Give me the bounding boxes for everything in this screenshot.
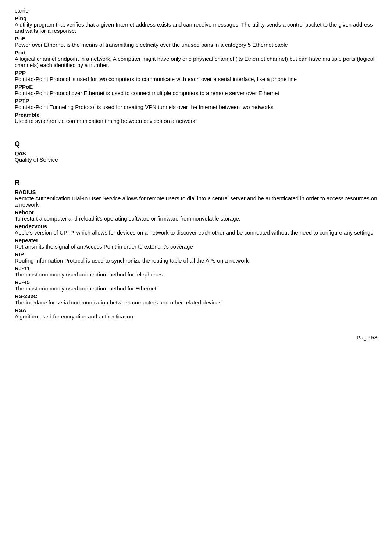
term-radius: RADIUS: [15, 189, 377, 195]
term-port: Port: [15, 49, 377, 56]
term-reboot: Reboot: [15, 209, 377, 215]
section-letter-q: Q: [15, 140, 377, 148]
term-ping: Ping: [15, 15, 377, 21]
term-rip: RIP: [15, 251, 377, 257]
def-preamble: Used to synchronize communication timing…: [15, 118, 377, 124]
entry-pptp: PPTP Point-to-Point Tunneling Protocol i…: [15, 98, 377, 110]
entry-rs232c: RS-232C The interface for serial communi…: [15, 293, 377, 306]
entry-ping: Ping A utility program that verifies tha…: [15, 15, 377, 34]
def-rsa: Algorithm used for encryption and authen…: [15, 313, 377, 320]
entry-rsa: RSA Algorithm used for encryption and au…: [15, 307, 377, 320]
term-pppoe: PPPoE: [15, 84, 377, 90]
entry-rendezvous: Rendezvous Apple's version of UPnP, whic…: [15, 223, 377, 236]
def-rs232c: The interface for serial communication b…: [15, 299, 377, 306]
term-preamble: Preamble: [15, 112, 377, 118]
page-number: Page 58: [15, 334, 377, 341]
term-rj45: RJ-45: [15, 279, 377, 285]
entry-poe: PoE Power over Ethernet is the means of …: [15, 35, 377, 48]
def-rj45: The most commonly used connection method…: [15, 285, 377, 292]
term-rendezvous: Rendezvous: [15, 223, 377, 229]
spacer-pq: [15, 126, 377, 131]
spacer-qr: [15, 164, 377, 170]
term-ppp: PPP: [15, 70, 377, 76]
entry-pppoe: PPPoE Point-to-Point Protocol over Ether…: [15, 84, 377, 96]
term-pptp: PPTP: [15, 98, 377, 104]
entry-rj11: RJ-11 The most commonly used connection …: [15, 265, 377, 278]
def-poe: Power over Ethernet is the means of tran…: [15, 42, 377, 48]
entry-rj45: RJ-45 The most commonly used connection …: [15, 279, 377, 292]
section-letter-r: R: [15, 179, 377, 187]
entry-radius: RADIUS Remote Authentication Dial-In Use…: [15, 189, 377, 208]
def-rip: Routing Information Protocol is used to …: [15, 257, 377, 264]
def-repeater: Retransmits the signal of an Access Poin…: [15, 243, 377, 250]
def-rj11: The most commonly used connection method…: [15, 271, 377, 278]
entry-qos: QoS Quality of Service: [15, 150, 377, 163]
def-radius: Remote Authentication Dial-In User Servi…: [15, 195, 377, 208]
section-r: R RADIUS Remote Authentication Dial-In U…: [15, 179, 377, 320]
def-qos: Quality of Service: [15, 156, 377, 163]
entry-repeater: Repeater Retransmits the signal of an Ac…: [15, 237, 377, 250]
def-rendezvous: Apple's version of UPnP, which allows fo…: [15, 229, 377, 236]
term-rj11: RJ-11: [15, 265, 377, 271]
term-carrier-plain: carrier: [15, 7, 377, 14]
entry-rip: RIP Routing Information Protocol is used…: [15, 251, 377, 264]
term-rsa: RSA: [15, 307, 377, 313]
def-ping: A utility program that verifies that a g…: [15, 21, 377, 34]
def-port: A logical channel endpoint in a network.…: [15, 56, 377, 68]
entry-reboot: Reboot To restart a computer and reload …: [15, 209, 377, 222]
section-q: Q QoS Quality of Service: [15, 140, 377, 163]
def-pptp: Point-to-Point Tunneling Protocol is use…: [15, 104, 377, 110]
entry-preamble: Preamble Used to synchronize communicati…: [15, 112, 377, 124]
term-repeater: Repeater: [15, 237, 377, 243]
term-poe: PoE: [15, 35, 377, 42]
def-pppoe: Point-to-Point Protocol over Ethernet is…: [15, 90, 377, 96]
def-reboot: To restart a computer and reload it's op…: [15, 215, 377, 222]
term-qos: QoS: [15, 150, 377, 156]
entry-ppp: PPP Point-to-Point Protocol is used for …: [15, 70, 377, 82]
entry-carrier: carrier: [15, 7, 377, 14]
entry-port: Port A logical channel endpoint in a net…: [15, 49, 377, 68]
def-ppp: Point-to-Point Protocol is used for two …: [15, 76, 377, 82]
term-rs232c: RS-232C: [15, 293, 377, 299]
